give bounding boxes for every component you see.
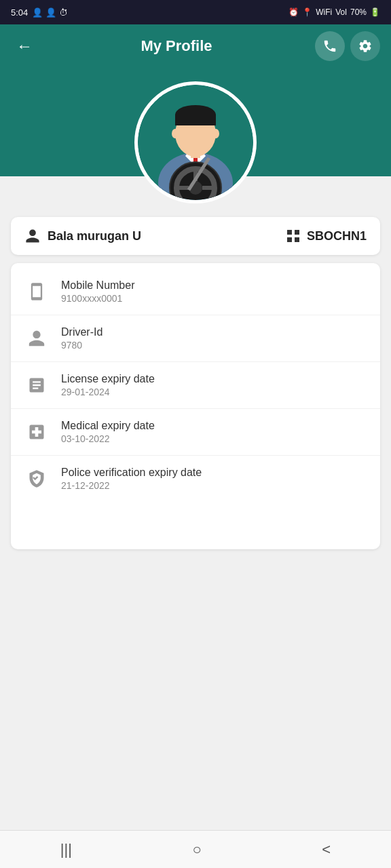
license-icon [24,373,49,397]
location-icon: 📍 [302,7,312,17]
profile-header [0,68,391,217]
wifi-icon: WiFi [316,7,332,17]
bottom-nav: ||| ○ < [0,830,391,868]
license-label: License expiry date [61,373,155,385]
mobile-label: Mobile Number [61,279,134,292]
police-text: Police verification expiry date 21-12-20… [61,467,202,491]
back-nav-button[interactable]: < [308,835,344,864]
mobile-icon [24,279,49,304]
medical-value: 03-10-2022 [61,433,155,444]
medical-label: Medical expiry date [61,420,155,432]
profile-id-section: SBOCHN1 [285,228,367,244]
top-nav: ← My Profile [0,24,391,68]
battery-percent: 70% [350,7,367,17]
avatar [134,81,257,203]
svg-point-9 [212,129,219,138]
police-icon [24,467,49,491]
mobile-value: 9100xxxx0001 [61,293,134,304]
profile-name-section: Bala murugan U [24,228,141,244]
driver-value: 9780 [61,340,103,351]
phone-icon [322,39,337,54]
police-value: 21-12-2022 [61,480,202,491]
home-button[interactable]: ○ [179,835,215,864]
mobile-text: Mobile Number 9100xxxx0001 [61,279,134,304]
user-id: SBOCHN1 [307,229,367,243]
medical-icon [24,420,49,444]
license-value: 29-01-2024 [61,387,155,397]
person-icon [24,228,41,244]
avatar-image [138,85,253,200]
details-card: Mobile Number 9100xxxx0001 Driver-Id 978… [11,263,380,549]
svg-point-8 [172,129,179,138]
mobile-number-item: Mobile Number 9100xxxx0001 [11,269,380,315]
medical-text: Medical expiry date 03-10-2022 [61,420,155,444]
signal-icon: Vol [335,7,347,17]
recents-button[interactable]: ||| [47,835,86,864]
battery-icon: 🔋 [370,7,380,17]
police-item: Police verification expiry date 21-12-20… [11,456,380,502]
svg-rect-7 [175,115,216,125]
status-right: ⏰ 📍 WiFi Vol 70% 🔋 [288,7,380,17]
license-item: License expiry date 29-01-2024 [11,362,380,409]
driver-label: Driver-Id [61,326,103,338]
settings-icon [358,39,373,54]
driver-id-item: Driver-Id 9780 [11,315,380,362]
phone-button[interactable] [315,31,345,61]
medical-item: Medical expiry date 03-10-2022 [11,409,380,456]
user-name: Bala murugan U [48,229,141,243]
profile-card: Bala murugan U SBOCHN1 [11,217,380,255]
status-bar: 5:04 👤 👤 ⏱ ⏰ 📍 WiFi Vol 70% 🔋 [0,0,391,24]
status-icons: 👤 👤 ⏱ [32,7,67,18]
driver-icon [24,326,49,351]
alarm-icon: ⏰ [288,7,299,17]
police-label: Police verification expiry date [61,467,202,479]
license-text: License expiry date 29-01-2024 [61,373,155,397]
nav-actions [315,31,380,61]
settings-button[interactable] [350,31,380,61]
avatar-svg [138,85,253,200]
back-button[interactable]: ← [11,33,38,60]
page-title: My Profile [141,37,212,55]
status-left: 5:04 👤 👤 ⏱ [11,7,68,18]
driver-text: Driver-Id 9780 [61,326,103,351]
grid-icon [285,228,301,244]
status-time: 5:04 [11,7,28,18]
